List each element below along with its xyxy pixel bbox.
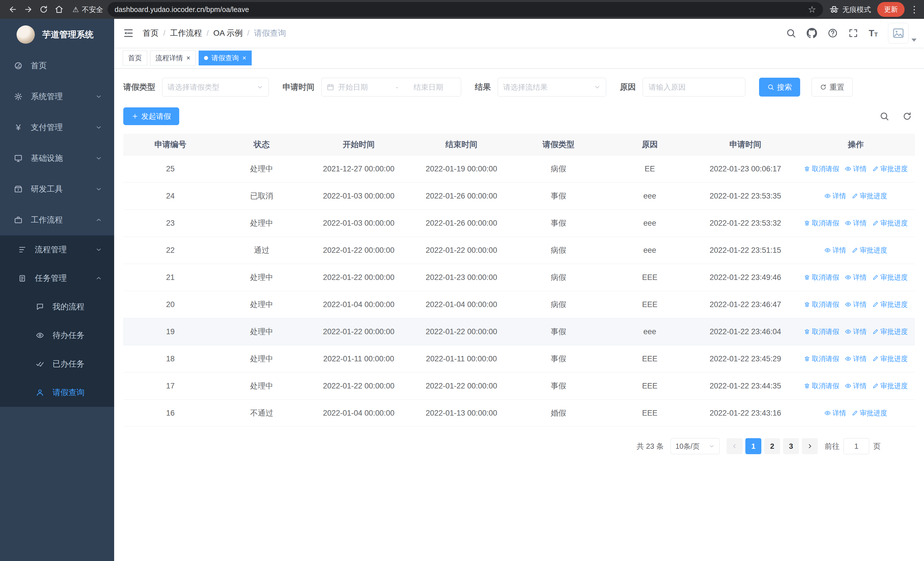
chrome-update-button[interactable]: 更新 bbox=[877, 2, 904, 17]
approval-progress-link[interactable]: 审批进度 bbox=[872, 300, 908, 309]
page-button-2[interactable]: 2 bbox=[764, 438, 780, 454]
detail-link[interactable]: 详情 bbox=[824, 191, 846, 200]
refresh-icon[interactable] bbox=[902, 111, 912, 121]
sidebar-collapse-icon[interactable] bbox=[114, 27, 142, 39]
cancel-leave-link[interactable]: 取消请假 bbox=[804, 300, 839, 309]
approval-progress-link[interactable]: 审批进度 bbox=[852, 191, 887, 200]
fullscreen-icon[interactable] bbox=[848, 28, 858, 38]
page-button-3[interactable]: 3 bbox=[783, 438, 799, 454]
back-button[interactable] bbox=[5, 2, 21, 17]
sidebar-item-system[interactable]: 系统管理 bbox=[0, 81, 114, 112]
sidebar-item-payment[interactable]: ¥ 支付管理 bbox=[0, 112, 114, 143]
breadcrumb-item[interactable]: 首页 bbox=[142, 28, 159, 39]
approval-progress-link[interactable]: 审批进度 bbox=[852, 409, 887, 418]
sidebar-item-process-management[interactable]: 流程管理 bbox=[0, 235, 114, 264]
cancel-leave-link[interactable]: 取消请假 bbox=[804, 164, 839, 173]
approval-progress-link[interactable]: 审批进度 bbox=[872, 381, 908, 391]
cancel-leave-link[interactable]: 取消请假 bbox=[804, 327, 839, 336]
bookmark-star-icon[interactable]: ☆ bbox=[808, 4, 816, 15]
close-icon[interactable]: × bbox=[242, 54, 246, 62]
approval-progress-link[interactable]: 审批进度 bbox=[852, 246, 887, 255]
cancel-leave-link[interactable]: 取消请假 bbox=[804, 218, 839, 228]
home-button[interactable] bbox=[51, 2, 67, 17]
table-row[interactable]: 16 不通过 2022-01-04 00:00:00 2022-01-13 00… bbox=[123, 400, 915, 427]
tab-leave-query[interactable]: 请假查询 × bbox=[199, 51, 252, 65]
tab-home[interactable]: 首页 bbox=[123, 51, 147, 65]
breadcrumb-item[interactable]: 工作流程 bbox=[170, 28, 202, 39]
result-select[interactable]: 请选择流结果 bbox=[498, 78, 606, 96]
sidebar-item-devtools[interactable]: 研发工具 bbox=[0, 174, 114, 205]
reset-button[interactable]: 重置 bbox=[812, 78, 853, 96]
table-row[interactable]: 24 已取消 2022-01-03 00:00:00 2022-01-26 00… bbox=[123, 182, 915, 210]
result-label: 结果 bbox=[475, 82, 491, 93]
table-row[interactable]: 22 通过 2022-01-22 00:00:00 2022-01-22 00:… bbox=[123, 237, 915, 264]
cancel-leave-link[interactable]: 取消请假 bbox=[804, 381, 839, 391]
logo[interactable]: 芋道管理系统 bbox=[0, 19, 114, 50]
detail-link[interactable]: 详情 bbox=[845, 354, 867, 363]
forward-button[interactable] bbox=[21, 2, 36, 17]
github-icon[interactable] bbox=[806, 28, 817, 39]
detail-link[interactable]: 详情 bbox=[845, 273, 867, 282]
next-page-button[interactable] bbox=[802, 438, 818, 454]
address-bar[interactable]: dashboard.yudao.iocoder.cn/bpm/oa/leave … bbox=[108, 2, 823, 17]
security-indicator[interactable]: ⚠ 不安全 bbox=[72, 5, 103, 14]
cancel-leave-link[interactable]: 取消请假 bbox=[804, 273, 839, 282]
table-row[interactable]: 25 处理中 2021-12-27 00:00:00 2022-01-19 00… bbox=[123, 155, 915, 182]
cell-apply-id: 19 bbox=[123, 327, 218, 336]
approval-progress-link[interactable]: 审批进度 bbox=[872, 354, 908, 363]
sidebar-item-home[interactable]: 首页 bbox=[0, 50, 114, 81]
pagination: 共 23 条 10条/页 1 2 3 bbox=[123, 438, 880, 454]
tab-process-detail[interactable]: 流程详情 × bbox=[150, 51, 196, 65]
reload-button[interactable] bbox=[36, 2, 51, 17]
reason-input[interactable] bbox=[643, 78, 746, 96]
approval-progress-link[interactable]: 审批进度 bbox=[872, 273, 908, 282]
sidebar-item-leave-query[interactable]: 请假查询 bbox=[0, 378, 114, 407]
cell-apply-time: 2022-01-22 23:49:46 bbox=[694, 273, 797, 282]
sidebar-item-infrastructure[interactable]: 基础设施 bbox=[0, 143, 114, 174]
table-row[interactable]: 17 处理中 2022-01-22 00:00:00 2022-01-22 00… bbox=[123, 373, 915, 400]
close-icon[interactable]: × bbox=[186, 54, 190, 62]
approval-progress-link[interactable]: 审批进度 bbox=[872, 164, 908, 173]
detail-link[interactable]: 详情 bbox=[824, 409, 846, 418]
total-count: 共 23 条 bbox=[637, 441, 664, 451]
search-icon[interactable] bbox=[786, 28, 796, 38]
approval-progress-link[interactable]: 审批进度 bbox=[872, 327, 908, 336]
cancel-leave-link[interactable]: 取消请假 bbox=[804, 354, 839, 363]
help-icon[interactable] bbox=[828, 28, 838, 38]
apply-time-label: 申请时间 bbox=[282, 82, 315, 93]
detail-link[interactable]: 详情 bbox=[845, 381, 867, 391]
detail-link[interactable]: 详情 bbox=[845, 300, 867, 309]
cell-apply-time: 2022-01-22 23:53:32 bbox=[694, 219, 797, 228]
prev-page-button[interactable] bbox=[726, 438, 742, 454]
search-button[interactable]: 搜索 bbox=[759, 78, 800, 96]
detail-link[interactable]: 详情 bbox=[845, 164, 867, 173]
browser-menu-icon[interactable]: ⋮ bbox=[910, 4, 919, 15]
person-icon bbox=[35, 388, 45, 397]
cell-status: 处理中 bbox=[218, 218, 306, 228]
table-row[interactable]: 20 处理中 2022-01-04 00:00:00 2022-01-04 00… bbox=[123, 291, 915, 318]
search-toggle-icon[interactable] bbox=[879, 111, 889, 121]
detail-link[interactable]: 详情 bbox=[824, 246, 846, 255]
sidebar-item-task-management[interactable]: 任务管理 bbox=[0, 264, 114, 292]
sidebar-item-todo-tasks[interactable]: 待办任务 bbox=[0, 321, 114, 350]
sidebar-item-workflow[interactable]: 工作流程 bbox=[0, 205, 114, 235]
table-row[interactable]: 21 处理中 2022-01-22 00:00:00 2022-01-23 00… bbox=[123, 264, 915, 291]
sidebar-item-my-processes[interactable]: 我的流程 bbox=[0, 292, 114, 321]
breadcrumb-item[interactable]: OA 示例 bbox=[213, 28, 243, 39]
table-row[interactable]: 23 处理中 2022-01-03 00:00:00 2022-01-26 00… bbox=[123, 210, 915, 237]
font-size-icon[interactable]: TT bbox=[868, 29, 878, 38]
detail-link[interactable]: 详情 bbox=[845, 327, 867, 336]
goto-page-input[interactable] bbox=[843, 438, 869, 454]
create-leave-button[interactable]: 发起请假 bbox=[123, 107, 179, 125]
apply-time-range-picker[interactable]: 开始日期 - 结束日期 bbox=[321, 78, 461, 96]
page-button-1[interactable]: 1 bbox=[746, 438, 761, 454]
sidebar-item-done-tasks[interactable]: 已办任务 bbox=[0, 350, 114, 378]
user-menu[interactable] bbox=[888, 23, 916, 44]
page-size-select[interactable]: 10条/页 bbox=[670, 438, 720, 454]
detail-link[interactable]: 详情 bbox=[845, 218, 867, 228]
table-row[interactable]: 18 处理中 2022-01-11 00:00:00 2022-01-11 00… bbox=[123, 345, 915, 373]
cell-apply-id: 22 bbox=[123, 246, 218, 255]
approval-progress-link[interactable]: 审批进度 bbox=[872, 218, 908, 228]
table-row[interactable]: 19 处理中 2022-01-22 00:00:00 2022-01-22 00… bbox=[123, 318, 915, 345]
leave-type-select[interactable]: 请选择请假类型 bbox=[162, 78, 269, 96]
